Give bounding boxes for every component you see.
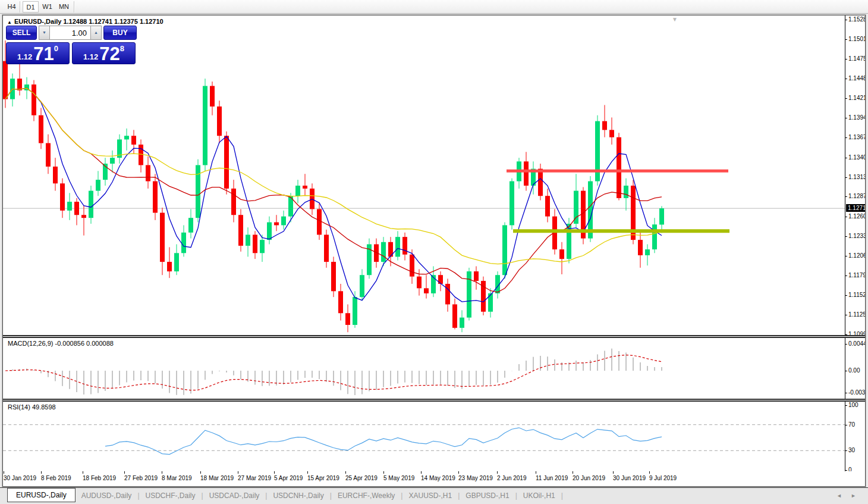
macd-axis-tick [845,371,847,371]
date-label: 5 May 2019 [383,475,414,481]
chart-title-text: EURUSD-,Daily 1.12488 1.12741 1.12375 1.… [14,18,163,25]
tab-separator: | [561,489,563,503]
tabs-scroll-right-icon[interactable]: ► [851,493,856,499]
price-axis-label: 1.13135 [848,174,865,180]
price-axis-tick [845,79,847,79]
chart-tab-ukoil-h1[interactable]: UKOil-,H1 [517,489,561,503]
macd-axis-tick [845,393,847,393]
price-axis-tick [845,295,847,296]
date-label: 8 Mar 2019 [162,475,192,481]
buy-price-box[interactable]: 1.12 72 8 [72,42,136,64]
date-tick [4,471,4,474]
toolbar-separator [20,1,20,12]
bear-candle [524,161,529,186]
bear-candle [545,196,550,216]
bear-candle [32,84,36,115]
bull-candle [652,224,657,249]
date-axis[interactable]: 30 Jan 20198 Feb 201918 Feb 201927 Feb 2… [3,471,865,486]
macd-plot [3,338,845,399]
bull-candle [395,237,400,256]
date-label: 11 Jun 2019 [536,475,568,481]
date-tick [613,471,614,474]
volume-input[interactable] [50,26,90,40]
chart-tab-usdchf-daily[interactable]: USDCHF-,Daily [140,489,202,503]
macd-label: MACD(12,26,9) -0.000856 0.000088 [8,340,114,347]
bear-candle [452,305,457,328]
rsi-axis-label: 30 [848,447,855,453]
date-label: 23 May 2019 [458,475,493,481]
chart-tab-gbpusd-h1[interactable]: GBPUSD-,H1 [460,489,515,503]
bear-candle [217,107,222,136]
price-axis-tick [845,177,847,178]
date-tick [200,471,201,474]
bear-candle [210,86,215,106]
bear-candle [46,143,51,167]
date-label: 25 Apr 2019 [345,475,378,481]
date-label: 15 Apr 2019 [307,475,339,481]
sell-button[interactable]: SELL [6,26,37,40]
chart-tab-audusd-daily[interactable]: AUDUSD-,Daily [76,489,138,503]
price-axis-tick [845,236,847,237]
rsi-pane[interactable]: RSI(14) 49.8598 10070300 [3,402,865,471]
date-tick [83,471,83,474]
chart-tab-xauusd-h1[interactable]: XAUUSD-,H1 [402,489,458,503]
price-axis-label: 1.13945 [848,114,865,121]
price-axis-label: 1.14750 [848,55,865,62]
timeframe-button-d1[interactable]: D1 [23,1,39,12]
chart-tab-usdcad-daily[interactable]: USDCAD-,Daily [203,489,266,503]
chart-tab-eurusd-daily[interactable]: EURUSD-,Daily [7,488,76,502]
main-chart-pane[interactable]: ▲EURUSD-,Daily 1.12488 1.12741 1.12375 1… [3,15,865,335]
volume-increase-button[interactable]: ▲ [90,26,102,40]
buy-price-digits: 72 [99,46,119,62]
date-tick [421,471,422,474]
price-axis-tick [845,39,847,40]
chart-tab-usdcnh-daily[interactable]: USDCNH-,Daily [267,489,329,503]
date-label: 18 Mar 2019 [200,475,234,481]
rsi-axis-tick [845,450,847,451]
buy-button[interactable]: BUY [103,26,137,40]
tabs-scroll-left-icon[interactable]: ◄ [836,493,842,499]
bull-candle [645,249,650,255]
sell-price-prefix: 1.12 [17,52,32,62]
price-axis-tick [845,137,847,138]
price-axis-tick [845,276,847,276]
bear-candle [402,237,407,255]
bull-candle [467,271,471,318]
rsi-axis-label: 0 [848,467,852,471]
bear-candle [60,183,65,211]
bear-candle [274,223,279,226]
timeframe-button-h4[interactable]: H4 [4,1,20,12]
bear-candle [331,262,336,291]
bear-candle [602,121,607,130]
volume-decrease-button[interactable]: ▼ [39,26,50,40]
bull-candle [181,233,186,253]
date-label: 30 Jan 2019 [4,475,36,481]
bear-candle [167,262,172,271]
bear-candle [231,189,236,215]
sell-price-box[interactable]: 1.12 71 0 [6,42,70,64]
date-label: 14 May 2019 [421,475,455,481]
scroll-to-end-icon[interactable]: ▼ [672,16,678,23]
date-tick [41,471,42,474]
timeframe-button-mn[interactable]: MN [56,1,72,12]
bull-candle [203,86,207,165]
chart-tab-eurchf-weekly[interactable]: EURCHF-,Weekly [332,489,401,503]
bear-candle [224,136,229,189]
bear-candle [131,136,136,145]
bear-candle [3,61,8,99]
bear-candle [474,271,479,281]
bear-candle [445,284,450,304]
date-tick [274,471,275,474]
macd-axis-label: 0.00 [848,367,860,374]
price-axis-tick [845,118,847,118]
chart-title: ▲EURUSD-,Daily 1.12488 1.12741 1.12375 1… [7,18,163,25]
collapse-arrow-icon[interactable]: ▲ [7,20,12,25]
macd-pane[interactable]: MACD(12,26,9) -0.000856 0.000088 0.00446… [3,338,865,399]
date-label: 30 Jun 2019 [613,475,646,481]
bear-candle [39,115,43,143]
rsi-axis-tick [845,405,847,406]
rsi-axis-border [845,402,845,471]
date-tick [573,471,573,474]
bull-candle [188,218,193,233]
timeframe-button-w1[interactable]: W1 [39,1,55,12]
